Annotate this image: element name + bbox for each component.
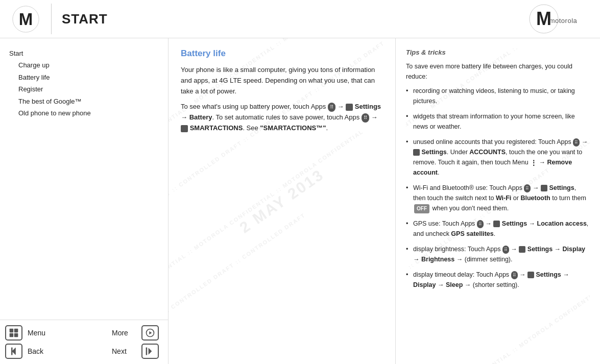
- more-section: More: [112, 325, 159, 341]
- back-label: Back: [28, 347, 53, 355]
- back-row: Back Next: [5, 344, 159, 359]
- sidebar-item-old-phone[interactable]: Old phone to new phone: [9, 107, 168, 119]
- svg-text:M: M: [18, 9, 33, 28]
- sidebar-item-charge-up[interactable]: Charge up: [9, 59, 168, 71]
- tips-item-4: GPS use: Touch Apps ⠿ → Settings → Locat…: [406, 219, 590, 239]
- svg-rect-6: [14, 329, 18, 333]
- header-divider: [51, 4, 52, 34]
- tips-item-3: Wi-Fi and Bluetooth® use: Touch Apps ⠿ →…: [406, 183, 590, 213]
- header: M START M motorola: [0, 0, 600, 38]
- menu-label: Menu: [28, 329, 53, 337]
- sidebar: Start Charge up Battery life Register Th…: [0, 38, 169, 364]
- motorola-logo: M: [10, 4, 41, 34]
- sidebar-nav: Start Charge up Battery life Register Th…: [0, 38, 168, 320]
- more-label: More: [112, 329, 137, 337]
- battery-para-1: Your phone is like a small computer, giv…: [181, 65, 383, 96]
- more-button[interactable]: [141, 325, 159, 341]
- main-content-panel: 2 MAY 2013 MOTOROLA CONFIDENTIAL :: MOTO…: [169, 38, 396, 364]
- tips-item-1: widgets that stream information to your …: [406, 111, 590, 132]
- tips-body: To save even more battery life between c…: [406, 61, 590, 290]
- next-button[interactable]: [141, 344, 159, 359]
- battery-life-title: Battery life: [181, 48, 383, 59]
- sidebar-bottom-nav: Menu More: [0, 320, 168, 364]
- svg-rect-14: [146, 348, 148, 355]
- next-label: Next: [112, 347, 137, 355]
- svg-marker-10: [149, 331, 152, 335]
- tips-item-5: display brightness: Touch Apps ⠿ → Setti…: [406, 244, 590, 264]
- sidebar-item-google[interactable]: The best of Google™: [9, 95, 168, 107]
- motorola-wordmark: M motorola: [529, 4, 590, 34]
- svg-marker-15: [149, 348, 152, 354]
- tips-list: recording or watching videos, listening …: [406, 86, 590, 290]
- page-title: START: [62, 11, 108, 27]
- watermark-date: 2 MAY 2013: [236, 166, 327, 237]
- menu-button[interactable]: [5, 325, 22, 341]
- tips-panel: MOTOROLA CONFIDENTIAL :: MOTOROLA CONFID…: [396, 38, 600, 364]
- toggle-off-icon: OFF: [414, 204, 429, 213]
- svg-text:motorola: motorola: [549, 17, 578, 25]
- svg-rect-8: [14, 333, 18, 337]
- content-area: 2 MAY 2013 MOTOROLA CONFIDENTIAL :: MOTO…: [169, 38, 600, 364]
- tips-intro: To save even more battery life between c…: [406, 61, 590, 82]
- tips-item-0: recording or watching videos, listening …: [406, 86, 590, 106]
- sidebar-item-register[interactable]: Register: [9, 83, 168, 95]
- tips-section-title: Tips & tricks: [406, 48, 590, 56]
- battery-life-body: Your phone is like a small computer, giv…: [181, 65, 383, 134]
- main-layout: Start Charge up Battery life Register Th…: [0, 38, 600, 364]
- next-section: Next: [112, 344, 159, 359]
- menu-row: Menu More: [5, 325, 159, 341]
- svg-rect-7: [10, 333, 14, 337]
- battery-para-2: To see what's using up battery power, to…: [181, 102, 383, 133]
- svg-marker-11: [12, 348, 16, 354]
- back-button[interactable]: [5, 344, 22, 359]
- svg-rect-13: [11, 348, 13, 355]
- sidebar-item-battery-life[interactable]: Battery life: [9, 71, 168, 83]
- sidebar-item-start[interactable]: Start: [9, 47, 168, 59]
- svg-rect-5: [10, 329, 14, 333]
- tips-item-6: display timeout delay: Touch Apps ⠿ → Se…: [406, 270, 590, 290]
- tips-item-2: unused online accounts that you register…: [406, 137, 590, 178]
